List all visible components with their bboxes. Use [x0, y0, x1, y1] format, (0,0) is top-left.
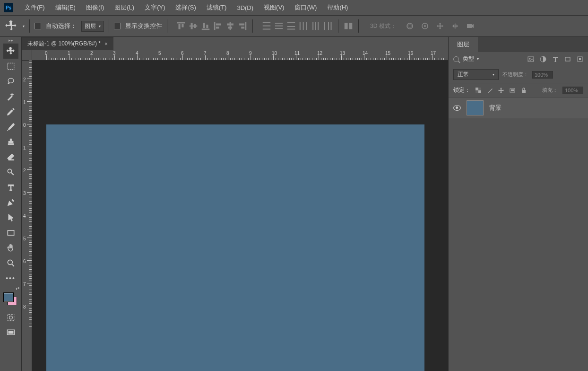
filter-adjust-icon[interactable]	[540, 56, 546, 62]
ruler-horizontal[interactable]: 01234567891011121314151617	[32, 50, 448, 61]
color-swatches[interactable]	[3, 292, 19, 306]
ruler-origin[interactable]	[22, 50, 32, 61]
opacity-label: 不透明度：	[502, 71, 528, 78]
canvas-viewport[interactable]	[32, 61, 448, 371]
auto-select-checkbox[interactable]	[35, 23, 41, 29]
blend-mode-dropdown[interactable]: 正常 ▾	[453, 69, 499, 80]
menu-select[interactable]: 选择(S)	[171, 1, 200, 14]
layer-thumbnail[interactable]	[467, 100, 484, 115]
3d-camera-icon[interactable]	[466, 22, 475, 30]
lock-label: 锁定：	[453, 86, 470, 94]
3d-slide-icon[interactable]	[451, 22, 459, 30]
quickmask-tool[interactable]	[3, 310, 18, 325]
distribute-top-icon[interactable]	[261, 21, 272, 31]
tab-layers[interactable]: 图层	[449, 37, 478, 52]
fill-input[interactable]: 100%	[562, 87, 583, 94]
menu-3d[interactable]: 3D(D)	[232, 2, 258, 13]
canvas-artboard[interactable]	[46, 124, 424, 371]
show-transform-checkbox[interactable]	[114, 23, 121, 29]
align-group-1	[176, 21, 248, 31]
lock-pixels-icon[interactable]	[486, 87, 493, 94]
align-vcenter-icon[interactable]	[188, 21, 199, 31]
chevron-down-icon: ▾	[477, 57, 479, 61]
layer-name: 背景	[489, 104, 502, 112]
document-tab-bar: 未标题-1 @ 100%(RGB/8#) * ×	[22, 37, 448, 50]
distribute-left-icon[interactable]	[298, 21, 309, 31]
close-tab-icon[interactable]: ×	[104, 41, 108, 47]
svg-rect-21	[275, 23, 283, 24]
distribute-right-icon[interactable]	[323, 21, 333, 31]
menu-edit[interactable]: 编辑(E)	[51, 1, 80, 14]
menu-view[interactable]: 视图(V)	[259, 1, 289, 14]
align-top-icon[interactable]	[176, 21, 186, 31]
path-select-tool[interactable]	[3, 210, 18, 225]
tool-preset-chevron-icon[interactable]: ▾	[23, 24, 25, 28]
filter-pixel-icon[interactable]	[527, 56, 534, 62]
opacity-input[interactable]: 100%	[532, 71, 553, 79]
lock-transparency-icon[interactable]	[475, 87, 482, 94]
menu-layer[interactable]: 图层(L)	[110, 1, 139, 14]
document-tab-title: 未标题-1 @ 100%(RGB/8#) *	[27, 40, 101, 48]
3d-orbit-icon[interactable]	[406, 22, 414, 30]
menu-image[interactable]: 图像(I)	[81, 1, 109, 14]
filter-kind-dropdown[interactable]: 类型 ▾	[463, 55, 524, 63]
eyedropper-tool[interactable]	[3, 104, 18, 119]
type-tool[interactable]	[3, 180, 18, 195]
divider	[252, 19, 253, 33]
3d-pan-icon[interactable]	[436, 22, 444, 30]
stamp-tool[interactable]	[3, 134, 18, 150]
svg-rect-30	[312, 22, 313, 30]
distribute-vcenter-icon[interactable]	[274, 21, 284, 31]
menu-help[interactable]: 帮助(H)	[322, 1, 353, 14]
distribute-hcenter-icon[interactable]	[311, 21, 321, 31]
svg-rect-13	[227, 24, 233, 26]
document-tab[interactable]: 未标题-1 @ 100%(RGB/8#) * ×	[22, 37, 113, 50]
swap-colors-icon[interactable]: ⇄	[16, 286, 19, 291]
magic-wand-tool[interactable]	[3, 89, 18, 104]
svg-rect-54	[565, 57, 570, 61]
align-hcenter-icon[interactable]	[225, 21, 235, 31]
align-bottom-icon[interactable]	[200, 21, 211, 31]
menu-filter[interactable]: 滤镜(T)	[202, 1, 232, 14]
svg-rect-42	[467, 24, 472, 28]
filter-smart-icon[interactable]	[577, 56, 583, 62]
svg-rect-60	[476, 90, 478, 93]
options-bar: ▾ 自动选择： 图层 ▾ 显示变换控件 3D 模式：	[0, 16, 588, 37]
auto-select-target-dropdown[interactable]: 图层 ▾	[81, 21, 104, 32]
panel-grip-icon[interactable]: ▸▸	[0, 37, 22, 44]
align-left-icon[interactable]	[213, 21, 223, 31]
layer-visibility-icon[interactable]	[453, 105, 461, 111]
align-right-icon[interactable]	[237, 21, 248, 31]
auto-align-icon[interactable]	[343, 21, 354, 31]
marquee-tool[interactable]	[3, 59, 18, 74]
menu-window[interactable]: 窗口(W)	[290, 1, 321, 14]
eraser-tool[interactable]	[3, 150, 18, 165]
ruler-number: 0	[23, 123, 26, 128]
zoom-tool[interactable]	[3, 256, 18, 271]
3d-roll-icon[interactable]	[421, 22, 429, 30]
layer-row-background[interactable]: 背景	[449, 97, 588, 118]
lock-position-icon[interactable]	[498, 87, 504, 94]
hand-tool[interactable]	[3, 240, 18, 256]
pen-tool[interactable]	[3, 195, 18, 210]
ruler-vertical[interactable]: 321012345678	[22, 61, 32, 371]
move-tool[interactable]	[3, 44, 18, 59]
filter-shape-icon[interactable]	[564, 56, 571, 62]
lock-artboard-icon[interactable]	[509, 87, 516, 94]
rectangle-tool[interactable]	[3, 225, 18, 240]
layer-list: 背景	[449, 97, 588, 371]
filter-type-icon[interactable]	[552, 56, 559, 62]
edit-toolbar[interactable]: •••	[3, 271, 18, 286]
svg-rect-47	[8, 314, 14, 320]
lasso-tool[interactable]	[3, 74, 18, 89]
svg-rect-12	[230, 22, 231, 30]
foreground-color-swatch[interactable]	[4, 293, 13, 301]
brush-tool[interactable]	[3, 119, 18, 134]
menu-type[interactable]: 文字(Y)	[140, 1, 170, 14]
dodge-tool[interactable]	[3, 165, 18, 180]
layer-filter-row: 类型 ▾	[449, 52, 588, 66]
menu-file[interactable]: 文件(F)	[20, 1, 50, 14]
lock-all-icon[interactable]	[520, 87, 527, 94]
screenmode-tool[interactable]	[3, 325, 18, 340]
distribute-bottom-icon[interactable]	[286, 21, 296, 31]
